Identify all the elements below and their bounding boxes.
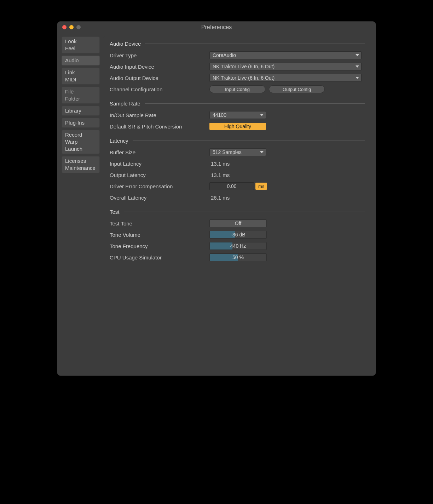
tone-frequency-label: Tone Frequency: [110, 243, 209, 249]
default-sr-label: Default SR & Pitch Conversion: [110, 124, 209, 130]
cpu-usage-value: 50 %: [210, 254, 266, 261]
sample-rate-value: 44100: [213, 112, 226, 118]
sidebar-item-file[interactable]: File: [65, 88, 96, 95]
driver-error-compensation-label: Driver Error Compensation: [110, 183, 209, 189]
driver-type-dropdown[interactable]: CoreAudio: [209, 51, 362, 59]
titlebar: Preferences: [57, 22, 376, 33]
chevron-down-icon: [356, 65, 359, 68]
chevron-down-icon: [356, 77, 359, 79]
cpu-usage-simulator-label: CPU Usage Simulator: [110, 254, 209, 260]
sidebar-group[interactable]: FileFolder: [62, 87, 100, 104]
ms-unit-badge[interactable]: ms: [255, 183, 267, 190]
sidebar-group[interactable]: Library: [62, 106, 100, 116]
section-header-label: Test: [110, 209, 120, 215]
sidebar-item-plug-ins[interactable]: Plug-Ins: [65, 119, 96, 126]
sidebar-item-library[interactable]: Library: [65, 107, 96, 114]
section-header-sample-rate: Sample Rate: [110, 101, 365, 107]
output-latency-label: Output Latency: [110, 172, 209, 178]
audio-output-device-value: NK Traktor Live (6 In, 6 Out): [213, 75, 275, 81]
sidebar-item-record[interactable]: Record: [65, 131, 96, 138]
buffer-size-value: 512 Samples: [213, 149, 242, 155]
tone-frequency-value: 440 Hz: [210, 242, 266, 250]
test-tone-label: Test Tone: [110, 220, 209, 227]
audio-output-device-label: Audio Output Device: [110, 75, 209, 81]
section-header-latency: Latency: [110, 138, 365, 144]
section-header-label: Sample Rate: [110, 101, 140, 107]
channel-configuration-label: Channel Configuration: [110, 86, 209, 92]
tone-frequency-slider[interactable]: 440 Hz: [209, 242, 267, 250]
sidebar-item-maintenance[interactable]: Maintenance: [65, 165, 96, 172]
sidebar-item-look[interactable]: Look: [65, 38, 96, 45]
tone-volume-value: -36 dB: [210, 231, 266, 238]
sidebar-group[interactable]: LinkMIDI: [62, 68, 100, 85]
audio-input-device-dropdown[interactable]: NK Traktor Live (6 In, 6 Out): [209, 63, 362, 70]
driver-type-label: Driver Type: [110, 52, 209, 58]
inout-sample-rate-label: In/Out Sample Rate: [110, 112, 209, 118]
sidebar-item-warp[interactable]: Warp: [65, 138, 96, 145]
sidebar: LookFeelAudioLinkMIDIFileFolderLibraryPl…: [62, 36, 100, 371]
sidebar-item-audio[interactable]: Audio: [65, 57, 96, 64]
preferences-window: Preferences LookFeelAudioLinkMIDIFileFol…: [57, 21, 376, 376]
driver-type-value: CoreAudio: [213, 52, 236, 58]
default-sr-toggle[interactable]: High Quality: [209, 123, 266, 130]
sidebar-item-link[interactable]: Link: [65, 69, 96, 76]
input-config-button[interactable]: Input Config: [209, 85, 265, 93]
sidebar-item-launch[interactable]: Launch: [65, 145, 96, 153]
overall-latency-value: 26.1 ms: [209, 195, 230, 201]
output-config-button[interactable]: Output Config: [269, 85, 325, 93]
sidebar-group[interactable]: RecordWarpLaunch: [62, 130, 100, 154]
sidebar-group[interactable]: LookFeel: [62, 36, 100, 53]
sidebar-item-midi[interactable]: MIDI: [65, 76, 96, 83]
section-header-label: Latency: [110, 138, 128, 144]
sidebar-group[interactable]: Audio: [62, 56, 100, 65]
cpu-usage-slider[interactable]: 50 %: [209, 253, 267, 261]
section-header-test: Test: [110, 209, 365, 215]
input-latency-value: 13.1 ms: [209, 161, 230, 167]
audio-output-device-dropdown[interactable]: NK Traktor Live (6 In, 6 Out): [209, 74, 362, 82]
sidebar-item-folder[interactable]: Folder: [65, 95, 96, 102]
buffer-size-label: Buffer Size: [110, 149, 209, 155]
chevron-down-icon: [260, 151, 264, 153]
chevron-down-icon: [356, 54, 359, 56]
input-latency-label: Input Latency: [110, 161, 209, 167]
sample-rate-dropdown[interactable]: 44100: [209, 111, 266, 119]
overall-latency-label: Overall Latency: [110, 195, 209, 201]
output-latency-value: 13.1 ms: [209, 172, 230, 178]
buffer-size-dropdown[interactable]: 512 Samples: [209, 148, 266, 156]
tone-volume-label: Tone Volume: [110, 232, 209, 238]
section-header-audio-device: Audio Device: [110, 41, 365, 47]
test-tone-toggle[interactable]: Off: [209, 219, 267, 227]
driver-error-compensation-input[interactable]: 0.00: [209, 182, 254, 190]
chevron-down-icon: [260, 114, 264, 116]
window-title: Preferences: [57, 24, 376, 30]
audio-input-device-value: NK Traktor Live (6 In, 6 Out): [213, 64, 275, 69]
audio-input-device-label: Audio Input Device: [110, 64, 209, 70]
sidebar-group[interactable]: LicensesMaintenance: [62, 156, 100, 173]
sidebar-item-feel[interactable]: Feel: [65, 45, 96, 52]
section-header-label: Audio Device: [110, 41, 141, 47]
sidebar-item-licenses[interactable]: Licenses: [65, 158, 96, 165]
tone-volume-slider[interactable]: -36 dB: [209, 231, 267, 239]
content-pane: Audio Device Driver Type CoreAudio Audio…: [103, 36, 371, 371]
sidebar-group[interactable]: Plug-Ins: [62, 118, 100, 128]
